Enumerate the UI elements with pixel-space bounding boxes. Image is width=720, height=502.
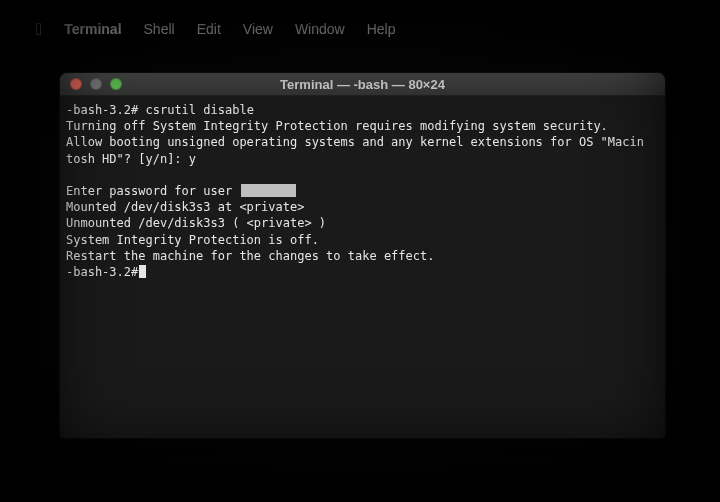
cursor-icon <box>139 265 146 278</box>
menu-bar:  Terminal Shell Edit View Window Help <box>36 18 680 40</box>
traffic-lights <box>60 78 122 90</box>
term-line: Restart the machine for the changes to t… <box>66 249 434 263</box>
prompt: -bash-3.2# <box>66 265 138 279</box>
user-answer: y <box>189 152 196 166</box>
prompt-question: tosh HD"? [y/n]: <box>66 152 182 166</box>
command: csrutil disable <box>145 103 253 117</box>
term-line: System Integrity Protection is off. <box>66 233 319 247</box>
term-line: -bash-3.2# csrutil disable <box>66 103 254 117</box>
menu-view[interactable]: View <box>243 21 273 37</box>
apple-menu-icon[interactable]:  <box>36 21 42 38</box>
password-redacted <box>241 184 296 197</box>
close-icon[interactable] <box>70 78 82 90</box>
term-line: Enter password for user <box>66 184 296 198</box>
window-titlebar[interactable]: Terminal — -bash — 80×24 <box>60 73 665 96</box>
minimize-icon[interactable] <box>90 78 102 90</box>
password-prompt: Enter password for user <box>66 184 232 198</box>
prompt: -bash-3.2# <box>66 103 138 117</box>
term-line: Turning off System Integrity Protection … <box>66 119 608 133</box>
terminal-window: Terminal — -bash — 80×24 -bash-3.2# csru… <box>60 73 665 438</box>
terminal-content[interactable]: -bash-3.2# csrutil disable Turning off S… <box>60 96 665 438</box>
menu-shell[interactable]: Shell <box>144 21 175 37</box>
menu-edit[interactable]: Edit <box>197 21 221 37</box>
term-line: Allow booting unsigned operating systems… <box>66 135 644 149</box>
menu-help[interactable]: Help <box>367 21 396 37</box>
term-line: tosh HD"? [y/n]: y <box>66 152 196 166</box>
term-line: -bash-3.2# <box>66 265 146 279</box>
zoom-icon[interactable] <box>110 78 122 90</box>
term-line: Mounted /dev/disk3s3 at <private> <box>66 200 304 214</box>
term-line: Unmounted /dev/disk3s3 ( <private> ) <box>66 216 326 230</box>
window-title: Terminal — -bash — 80×24 <box>60 77 665 92</box>
app-menu[interactable]: Terminal <box>64 21 121 37</box>
menu-window[interactable]: Window <box>295 21 345 37</box>
